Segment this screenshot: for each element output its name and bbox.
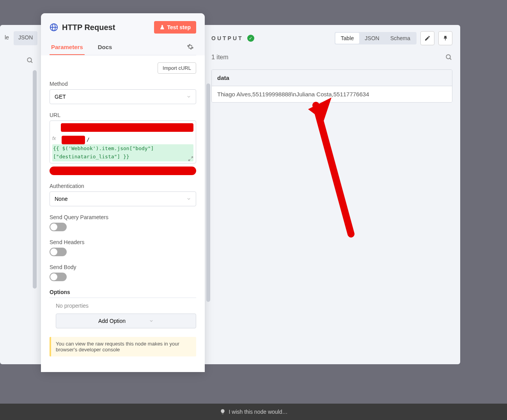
svg-line-5	[191, 156, 193, 158]
left-search-icon[interactable]	[27, 57, 34, 66]
send-body-label: Send Body	[50, 264, 196, 270]
tab-docs[interactable]: Docs	[96, 40, 114, 55]
url-input[interactable]: fx /{{ $('Webhook').item.json["body"]["d…	[50, 121, 196, 163]
chevron-down-icon	[186, 197, 191, 201]
output-panel: OUTPUT ✓ Table JSON Schema 1 item data T…	[211, 31, 452, 363]
pin-button[interactable]	[438, 31, 452, 45]
method-value: GET	[55, 94, 66, 100]
svg-line-8	[450, 58, 451, 60]
redacted-url-result	[50, 167, 196, 175]
redacted-url-part-2	[62, 136, 85, 144]
globe-icon	[50, 23, 58, 32]
success-check-icon: ✓	[247, 35, 254, 42]
add-option-label: Add Option	[98, 318, 126, 324]
chevron-down-icon	[186, 94, 191, 99]
left-scrollbar[interactable]	[33, 70, 37, 289]
panel-title: HTTP Request	[62, 23, 115, 32]
item-count: 1 item	[211, 54, 229, 61]
output-search-icon[interactable]	[445, 54, 452, 61]
panel-header: HTTP Request Test step Parameters Docs	[41, 13, 205, 55]
output-view-tabs: Table JSON Schema	[335, 32, 417, 44]
send-query-toggle[interactable]	[50, 223, 67, 231]
url-expression: {{ $('Webhook').item.json["body"]["desti…	[52, 144, 193, 161]
expand-icon[interactable]	[188, 156, 193, 161]
footer-hint-bar[interactable]: I wish this node would…	[0, 404, 507, 420]
redacted-url-part-1	[61, 123, 193, 132]
edit-button[interactable]	[420, 31, 434, 45]
send-headers-label: Send Headers	[50, 239, 196, 245]
gear-icon[interactable]	[184, 41, 196, 54]
svg-line-1	[31, 61, 32, 63]
output-data-table: data Thiago Alves,551199998888\nJuliana …	[211, 69, 452, 103]
info-note: You can view the raw requests this node …	[50, 337, 196, 356]
table-column-header[interactable]: data	[212, 70, 452, 86]
footer-hint-text: I wish this node would…	[229, 409, 288, 415]
svg-point-7	[446, 55, 450, 59]
authentication-label: Authentication	[50, 183, 196, 189]
import-curl-button[interactable]: Import cURL	[158, 62, 196, 74]
svg-point-0	[27, 58, 32, 62]
authentication-value: None	[55, 196, 67, 202]
options-header: Options	[50, 289, 196, 298]
send-headers-toggle[interactable]	[50, 248, 67, 256]
table-row[interactable]: Thiago Alves,551199998888\nJuliana Costa…	[212, 86, 452, 102]
output-title: OUTPUT	[211, 35, 243, 41]
view-tab-json[interactable]: JSON	[359, 33, 385, 44]
authentication-select[interactable]: None	[50, 191, 196, 206]
left-tab-json[interactable]: JSON	[14, 31, 37, 45]
tab-parameters[interactable]: Parameters	[50, 40, 85, 55]
method-label: Method	[50, 81, 196, 87]
view-tab-table[interactable]: Table	[335, 33, 359, 44]
send-query-label: Send Query Parameters	[50, 214, 196, 220]
test-step-label: Test step	[167, 24, 191, 30]
fx-badge: fx	[52, 136, 56, 141]
method-select[interactable]: GET	[50, 89, 196, 104]
bulb-icon	[220, 409, 226, 415]
svg-line-6	[189, 159, 190, 161]
left-hidden-tabs: le JSON	[0, 31, 39, 45]
view-tab-schema[interactable]: Schema	[385, 33, 416, 44]
send-body-toggle[interactable]	[50, 273, 67, 281]
panel-scrollbar[interactable]	[206, 83, 210, 302]
flask-icon	[160, 25, 165, 30]
panel-body: Import cURL Method GET URL fx /{{ $('Web…	[41, 55, 205, 372]
chevron-down-icon	[149, 319, 154, 323]
add-option-button[interactable]: Add Option	[56, 314, 196, 328]
node-settings-panel: HTTP Request Test step Parameters Docs I…	[41, 13, 205, 372]
test-step-button[interactable]: Test step	[154, 21, 196, 34]
no-properties-text: No properties	[56, 303, 196, 309]
url-label: URL	[50, 112, 196, 118]
left-tab-le[interactable]: le	[0, 31, 14, 45]
